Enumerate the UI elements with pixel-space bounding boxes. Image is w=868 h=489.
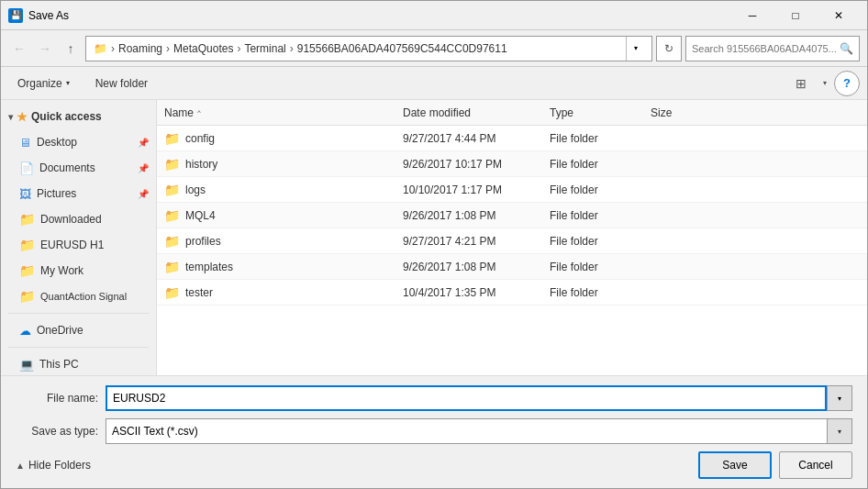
sidebar-item-documents[interactable]: 📄 Documents 📌 [1,155,156,181]
file-date-cell: 9/26/2017 1:08 PM [395,209,542,222]
desktop-icon: 🖥 [19,136,31,150]
search-icon: 🔍 [840,42,853,55]
help-button[interactable]: ? [834,71,860,96]
close-button[interactable]: ✕ [818,1,860,30]
path-content: 📁 › Roaming › MetaQuotes › Terminal › 91… [94,42,507,55]
refresh-button[interactable]: ↻ [656,36,682,61]
save-button[interactable]: Save [698,451,772,479]
table-row[interactable]: 📁 config 9/27/2017 4:44 PM File folder [157,126,867,151]
saveas-label: Save as type: [16,425,98,438]
col-header-type[interactable]: Type [542,106,643,119]
sidebar-item-quantaction[interactable]: 📁 QuantAction Signal [1,283,156,309]
new-folder-label: New folder [95,77,148,90]
col-header-date[interactable]: Date modified [395,106,542,119]
sidebar-item-mywork[interactable]: 📁 My Work [1,258,156,283]
view-dropdown-arrow: ▾ [823,79,827,87]
folder-eurusd-icon: 📁 [19,238,35,252]
path-dropdown-button[interactable]: ▾ [626,36,644,61]
table-row[interactable]: 📁 tester 10/4/2017 1:35 PM File folder [157,280,867,306]
folder-icon: 📁 [164,260,180,274]
file-name-text: tester [185,286,213,299]
file-date-cell: 9/27/2017 4:44 PM [395,132,542,145]
folder-downloaded-icon: 📁 [19,212,35,227]
sort-indicator: ^ [197,108,201,117]
quick-access-label: Quick access [31,110,102,123]
new-folder-button[interactable]: New folder [86,71,157,96]
sidebar-item-downloaded[interactable]: 📁 Downloaded [1,206,156,232]
file-name-text: config [185,132,215,145]
organize-button[interactable]: Organize ▾ [8,71,79,96]
file-list-header: Name ^ Date modified Type Size [157,100,867,126]
back-button[interactable]: ← [8,38,30,60]
file-date-cell: 9/26/2017 1:08 PM [395,261,542,273]
file-name-text: logs [185,183,206,196]
folder-mywork-icon: 📁 [19,263,35,278]
folder-icon: 📁 [164,131,180,146]
filename-input[interactable] [106,385,827,411]
table-row[interactable]: 📁 logs 10/10/2017 1:17 PM File folder [157,177,867,203]
sidebar-pictures-label: Pictures [37,187,76,200]
sidebar-onedrive-label: OneDrive [37,324,83,337]
file-type-cell: File folder [542,261,643,273]
table-row[interactable]: 📁 profiles 9/27/2017 4:21 PM File folder [157,228,867,254]
file-name-cell: 📁 logs [157,183,395,197]
hide-folders-button[interactable]: ▲ Hide Folders [16,459,91,472]
sidebar-item-eurusdh1[interactable]: 📁 EURUSD H1 [1,232,156,258]
file-type-cell: File folder [542,286,643,299]
search-box[interactable]: 🔍 [685,36,860,61]
col-header-size[interactable]: Size [643,106,717,119]
sidebar-item-pictures[interactable]: 🖼 Pictures 📌 [1,181,156,206]
table-row[interactable]: 📁 templates 9/26/2017 1:08 PM File folde… [157,254,867,280]
window-title: Save As [28,9,731,22]
table-row[interactable]: 📁 history 9/26/2017 10:17 PM File folder [157,151,867,177]
file-name-text: templates [185,261,233,273]
forward-button[interactable]: → [34,38,56,60]
path-roaming-text: Roaming [118,42,162,55]
sidebar-item-thispc[interactable]: 💻 This PC [1,351,156,375]
pin-icon: 📌 [138,138,149,148]
file-name-cell: 📁 history [157,157,395,172]
path-terminal: Terminal [244,42,285,55]
filename-label: File name: [16,392,98,405]
folder-quant-icon: 📁 [19,289,35,304]
window-icon: 💾 [8,8,23,23]
col-header-name[interactable]: Name ^ [157,106,395,119]
maximize-button[interactable]: □ [774,1,817,30]
file-list[interactable]: Name ^ Date modified Type Size 📁 config … [157,100,867,375]
file-date-cell: 9/27/2017 4:21 PM [395,235,542,248]
star-icon: ★ [17,110,28,124]
up-button[interactable]: ↑ [60,38,82,60]
documents-icon: 📄 [19,161,34,175]
file-name-cell: 📁 tester [157,285,395,300]
sidebar-item-onedrive[interactable]: ☁ OneDrive [1,317,156,343]
file-type-cell: File folder [542,209,643,222]
file-type-cell: File folder [542,132,643,145]
file-name-cell: 📁 MQL4 [157,208,395,223]
minimize-button[interactable]: ─ [731,1,773,30]
file-date-cell: 10/4/2017 1:35 PM [395,286,542,299]
pin-icon-docs: 📌 [138,163,149,173]
saveas-select[interactable]: ASCII Text (*.csv) [106,418,852,444]
sidebar-documents-label: Documents [39,161,95,174]
folder-icon: 📁 [164,157,180,172]
search-input[interactable] [692,43,840,54]
file-rows-container: 📁 config 9/27/2017 4:44 PM File folder 📁… [157,126,867,306]
hide-folders-label: Hide Folders [28,459,91,472]
folder-icon: 📁 [164,208,180,223]
view-button[interactable]: ⊞ [786,71,816,96]
file-date-cell: 10/10/2017 1:17 PM [395,183,542,196]
quick-access-header[interactable]: ▾ ★ Quick access [1,104,156,129]
file-name-text: history [185,158,217,171]
save-as-dialog: 💾 Save As ─ □ ✕ ← → ↑ 📁 › Roaming › Meta… [0,0,868,489]
folder-icon: 📁 [164,234,180,249]
table-row[interactable]: 📁 MQL4 9/26/2017 1:08 PM File folder [157,203,867,228]
sidebar-divider-1 [8,313,149,314]
path-metaquotes: MetaQuotes [173,42,233,55]
thispc-icon: 💻 [19,358,34,372]
saveas-select-wrapper: ASCII Text (*.csv) ▾ [106,418,852,444]
organize-label: Organize [17,77,62,90]
cancel-button[interactable]: Cancel [779,451,852,479]
sidebar-item-desktop[interactable]: 🖥 Desktop 📌 [1,129,156,155]
file-type-cell: File folder [542,235,643,248]
address-path[interactable]: 📁 › Roaming › MetaQuotes › Terminal › 91… [85,36,652,61]
